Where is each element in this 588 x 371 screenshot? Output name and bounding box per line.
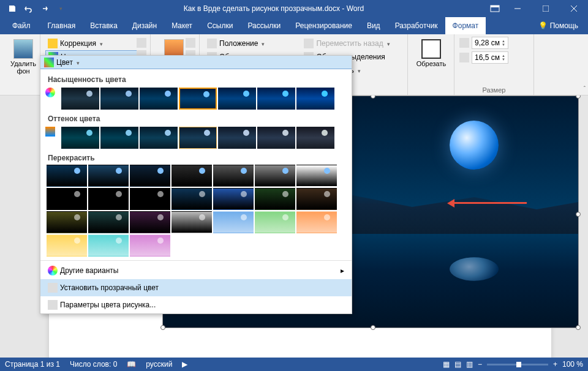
help-button[interactable]: 💡 Помощь xyxy=(538,21,586,30)
recolor-thumb[interactable] xyxy=(88,234,129,257)
height-icon xyxy=(459,38,469,48)
tab-mailings[interactable]: Рассылки xyxy=(240,17,288,34)
recolor-thumb[interactable] xyxy=(130,234,170,257)
resize-handle[interactable] xyxy=(576,325,581,330)
recolor-thumb[interactable] xyxy=(296,211,337,233)
svg-rect-1 xyxy=(491,6,499,7)
recolor-thumb[interactable] xyxy=(88,211,129,233)
saturation-thumb[interactable] xyxy=(179,88,217,110)
page-indicator[interactable]: Страница 1 из 1 xyxy=(5,360,60,369)
recolor-thumb[interactable] xyxy=(172,165,212,187)
recolor-thumb[interactable] xyxy=(255,165,295,187)
backward-icon xyxy=(304,39,314,48)
set-transparent-color-item[interactable]: Установить прозрачный цвет xyxy=(40,279,352,296)
recolor-thumb[interactable] xyxy=(47,165,87,187)
width-input[interactable]: 16,5 см▲▼ xyxy=(472,51,508,64)
tone-thumb[interactable] xyxy=(296,127,334,149)
tone-presets-icon xyxy=(45,127,55,137)
tone-thumb[interactable] xyxy=(257,127,295,149)
qat-more-icon[interactable] xyxy=(53,1,67,16)
zoom-slider[interactable] xyxy=(487,364,548,365)
tab-developer[interactable]: Разработчик xyxy=(388,17,445,34)
tab-home[interactable]: Главная xyxy=(40,17,83,34)
saturation-header: Насыщенность цвета xyxy=(45,72,347,86)
tab-design[interactable]: Дизайн xyxy=(125,17,164,34)
recolor-thumb[interactable] xyxy=(255,188,295,210)
recolor-thumb[interactable] xyxy=(296,165,337,187)
recolor-thumb[interactable] xyxy=(47,188,87,210)
word-count[interactable]: Число слов: 0 xyxy=(70,360,117,369)
saturation-thumb[interactable] xyxy=(140,88,178,110)
web-layout-icon[interactable]: ▥ xyxy=(466,360,473,369)
picture-color-options-item[interactable]: Параметры цвета рисунка... xyxy=(40,296,352,313)
recolor-thumb[interactable] xyxy=(130,211,170,233)
recolor-thumb[interactable] xyxy=(213,188,254,210)
redo-icon[interactable] xyxy=(37,1,51,16)
resize-handle[interactable] xyxy=(160,325,165,330)
zoom-in-icon[interactable]: + xyxy=(553,360,557,369)
save-icon[interactable] xyxy=(5,1,20,16)
recolor-thumb[interactable] xyxy=(213,165,254,187)
resize-handle[interactable] xyxy=(371,96,375,99)
recolor-thumb[interactable] xyxy=(88,188,129,210)
tab-insert[interactable]: Вставка xyxy=(83,17,125,34)
border-icon[interactable] xyxy=(186,38,195,48)
tab-references[interactable]: Ссылки xyxy=(200,17,240,34)
tab-format[interactable]: Формат xyxy=(445,17,486,34)
read-mode-icon[interactable]: ▦ xyxy=(443,360,450,369)
recolor-thumb[interactable] xyxy=(88,165,129,187)
saturation-thumb[interactable] xyxy=(218,88,256,110)
tab-file[interactable]: Файл xyxy=(2,17,40,34)
recolor-thumb[interactable] xyxy=(172,188,212,210)
tone-thumb[interactable] xyxy=(218,127,256,149)
saturation-thumb[interactable] xyxy=(257,88,295,110)
corrections-button[interactable]: Коррекция xyxy=(45,37,145,50)
tab-review[interactable]: Рецензирование xyxy=(288,17,360,34)
undo-icon[interactable] xyxy=(21,1,36,16)
saturation-thumb[interactable] xyxy=(100,88,138,110)
tone-thumb[interactable] xyxy=(140,127,178,149)
send-backward-button: Переместить назад xyxy=(301,37,392,50)
remove-background-button[interactable]: Удалить фон xyxy=(5,37,42,77)
color-button-header[interactable]: Цвет xyxy=(40,56,352,69)
more-variants-item[interactable]: Другие варианты ▸ xyxy=(40,262,352,279)
recolor-thumb[interactable] xyxy=(213,211,254,233)
tab-view[interactable]: Вид xyxy=(360,17,388,34)
recolor-thumb[interactable] xyxy=(130,165,170,187)
minimize-icon[interactable] xyxy=(503,0,532,17)
crop-button[interactable]: Обрезать xyxy=(413,37,450,70)
saturation-thumb[interactable] xyxy=(61,88,99,110)
height-input[interactable]: 9,28 см▲▼ xyxy=(472,37,508,49)
document-title: Как в Врде сделать рисунок прозрачным.do… xyxy=(67,4,480,13)
compress-icon[interactable] xyxy=(137,38,146,48)
maximize-icon[interactable] xyxy=(532,0,560,17)
language-indicator[interactable]: русский xyxy=(146,360,172,369)
resize-handle[interactable] xyxy=(576,96,581,99)
eyedropper-icon xyxy=(48,283,58,293)
print-layout-icon[interactable]: ▤ xyxy=(454,360,461,369)
close-icon[interactable] xyxy=(560,0,588,17)
tone-thumb[interactable] xyxy=(179,127,217,149)
position-button[interactable]: Положение xyxy=(205,37,294,50)
resize-handle[interactable] xyxy=(576,212,581,217)
titlebar: Как в Врде сделать рисунок прозрачным.do… xyxy=(0,0,588,17)
tone-thumb[interactable] xyxy=(100,127,138,149)
resize-handle[interactable] xyxy=(371,325,375,330)
tone-thumb[interactable] xyxy=(61,127,99,149)
tab-layout[interactable]: Макет xyxy=(164,17,200,34)
recolor-thumb[interactable] xyxy=(296,188,337,210)
saturation-thumb[interactable] xyxy=(296,88,334,110)
recolor-thumb[interactable] xyxy=(172,211,212,233)
width-icon xyxy=(459,53,469,62)
recolor-thumb[interactable] xyxy=(130,188,170,210)
zoom-out-icon[interactable]: − xyxy=(478,360,482,369)
recolor-thumb[interactable] xyxy=(255,211,295,233)
zoom-level[interactable]: 100 % xyxy=(562,360,583,369)
spellcheck-icon[interactable]: 📖 xyxy=(127,360,136,369)
recolor-thumb[interactable] xyxy=(47,211,87,233)
macro-icon[interactable]: ▶ xyxy=(182,360,187,369)
collapse-ribbon-icon[interactable]: ˆ xyxy=(584,86,586,92)
ribbon-tabs: Файл Главная Вставка Дизайн Макет Ссылки… xyxy=(0,17,588,34)
recolor-thumb[interactable] xyxy=(47,234,87,257)
ribbon-display-icon[interactable] xyxy=(486,1,503,16)
